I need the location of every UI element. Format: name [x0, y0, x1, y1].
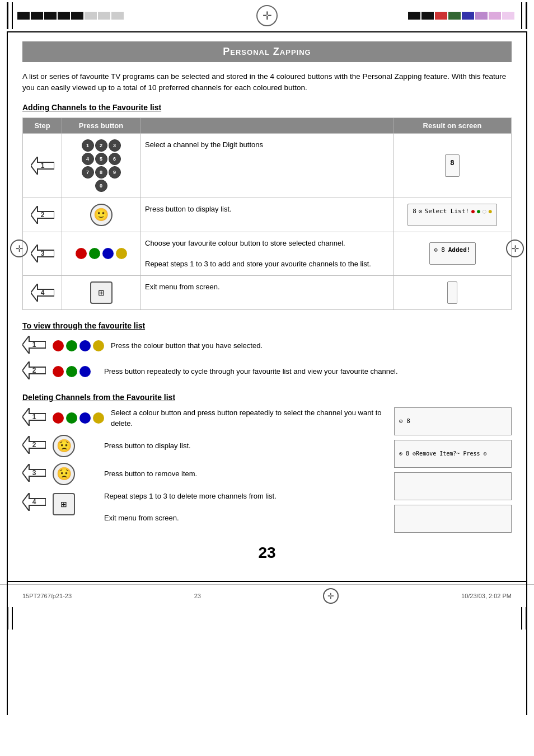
view-step-1-arrow: 1 [22, 336, 46, 356]
view-colour-btn-red-2 [53, 366, 64, 377]
step-3-desc-cell: Choose your favourite colour button to s… [140, 232, 394, 275]
col-press-header: Press button [62, 118, 140, 133]
footer-center: 23 [194, 593, 201, 599]
table-row: 1 1 2 3 4 5 6 7 8 9 [23, 133, 511, 198]
delete-steps: 1 Select a colour button and press b [22, 407, 385, 533]
adding-channels-section: Adding Channels to the Favourite list St… [22, 103, 512, 310]
select-list-display: 8 ⊙ Select List! ● ● ○ ● [413, 208, 491, 215]
channel-num-display: 8 [413, 208, 416, 215]
delete-colour-btn-yellow [93, 412, 104, 424]
step-1-description: Select a channel by the Digit buttons [145, 139, 263, 151]
view-colour-btn-blue-2 [79, 366, 91, 377]
delete-colour-btn-green [66, 412, 77, 424]
delete-result-screen-3 [394, 472, 512, 500]
view-colour-btn-red [53, 340, 64, 351]
view-step-1-description: Press the colour button that you have se… [111, 340, 512, 351]
numpad-button-cell: 1 2 3 4 5 6 7 8 9 0 [62, 134, 140, 198]
added-label: Added! [448, 246, 471, 253]
view-step-row-1: 1 Press the colour button that you have … [22, 336, 512, 356]
adding-section-header: Adding Channels to the Favourite list [22, 103, 512, 112]
num-btn-1: 1 [82, 139, 94, 152]
right-border [526, 32, 527, 715]
step-2-result-screen: 8 ⊙ Select List! ● ● ○ ● [407, 204, 496, 226]
deleting-section: Deleting Channels from the Favourite lis… [22, 393, 512, 533]
step-3-result-screen: ⊙ 8 Added! [429, 242, 476, 265]
step-1-desc-cell: Select a channel by the Digit buttons [140, 134, 394, 198]
num-btn-3: 3 [109, 139, 121, 152]
added-display: ⊙ 8 Added! [434, 246, 471, 253]
delete-step-1-description: Select a colour button and press button … [111, 407, 385, 429]
view-step-1-buttons [53, 340, 104, 351]
view-colour-btn-blue [79, 340, 91, 351]
view-colour-buttons-2 [53, 366, 91, 377]
deleting-section-header: Deleting Channels from the Favourite lis… [22, 393, 512, 402]
dot-green: ● [477, 208, 480, 214]
col-result-header: Result on screen [394, 118, 511, 133]
menu-button-cell: ⊞ [62, 276, 140, 309]
view-step-2-arrow: 2 [22, 361, 46, 382]
svg-text:2: 2 [32, 441, 36, 449]
sad-button-2: 😟 [53, 463, 75, 485]
menu-button: ⊞ [90, 281, 113, 304]
adding-table: Step Press button Result on screen 1 [22, 118, 512, 310]
num-btn-9: 9 [109, 166, 121, 179]
svg-text:3: 3 [32, 469, 36, 477]
step-4-result-screen [447, 281, 457, 304]
main-content: Personal Zapping A list or series of fav… [0, 32, 534, 579]
view-colour-buttons-1 [53, 340, 104, 351]
left-side-compass-icon: ✛ [10, 240, 28, 257]
num-btn-5: 5 [95, 153, 107, 165]
delete-step-3-description: Press button to remove item. [104, 468, 385, 480]
step-3-arrow: 3 [31, 245, 54, 262]
delete-step-2-arrow: 2 [22, 436, 46, 456]
delete-result-screen-2: ⊙ 8 ⊙Remove Item?~ Press ⊙ [394, 440, 512, 468]
left-border [7, 32, 8, 715]
view-section-header: To view through the favourite list [22, 321, 512, 330]
step-4-arrow: 4 [31, 284, 54, 302]
delete-layout: 1 Select a colour button and press b [22, 407, 512, 533]
delete-result-screen-4 [394, 505, 512, 533]
right-side-compass-icon: ✛ [506, 240, 524, 257]
svg-text:1: 1 [40, 162, 44, 170]
page-number: 23 [22, 544, 512, 562]
step-4-desc-cell: Exit menu from screen. [140, 276, 394, 309]
delete-step-row-3: 3 😟 Press button to remove item. [22, 463, 385, 485]
delete-step-2-button: 😟 [53, 435, 97, 457]
step-1-result-cell: 8 [394, 134, 511, 198]
select-list-label: Select List! [425, 208, 469, 215]
added-icon: ⊙ [434, 246, 438, 253]
table-header-row: Step Press button Result on screen [23, 118, 511, 133]
view-colour-btn-yellow [93, 340, 104, 351]
svg-text:1: 1 [32, 341, 36, 349]
colour-btn-red [76, 248, 87, 259]
step-1-arrow: 1 [31, 157, 54, 175]
delete-result-screen-1: ⊙ 8 [394, 407, 512, 435]
bottom-decorative-bar: 15PT2767/p21-23 23 ✛ 10/23/03, 2:02 PM [0, 581, 534, 633]
dot-empty: ○ [483, 208, 486, 215]
delete-colour-btn-blue [79, 412, 91, 424]
table-row: 3 Choose your favourite colour button to… [23, 232, 511, 275]
svg-text:2: 2 [40, 211, 44, 219]
step-2-description: Press button to display list. [145, 204, 232, 215]
svg-text:4: 4 [32, 498, 36, 506]
svg-text:2: 2 [32, 367, 36, 374]
step-2-arrow: 2 [31, 206, 54, 224]
num-btn-4: 4 [82, 153, 94, 165]
footer: 15PT2767/p21-23 23 ✛ 10/23/03, 2:02 PM [0, 584, 534, 607]
numpad-grid: 1 2 3 4 5 6 7 8 9 0 [82, 139, 121, 192]
smiley-button: 🙂 [90, 204, 113, 226]
delete-step-1-buttons [53, 412, 104, 424]
delete-step-1-arrow: 1 [22, 408, 46, 428]
col-desc-header [140, 118, 394, 133]
bottom-compass-icon: ✛ [323, 588, 339, 604]
num-btn-0: 0 [95, 180, 107, 192]
intro-text: A list or series of favourite TV program… [22, 71, 512, 94]
step-3-repeat-description: Repeat steps 1 to 3 to add and store you… [145, 259, 388, 270]
added-channel: 8 [441, 246, 445, 253]
colour-buttons-cell [62, 232, 140, 275]
smiley-button-cell: 🙂 [62, 198, 140, 232]
step-2-cell: 2 [23, 198, 62, 232]
view-step-2-buttons [53, 366, 97, 377]
step-2-result-cell: 8 ⊙ Select List! ● ● ○ ● [394, 198, 511, 232]
page-title: Personal Zapping [22, 41, 512, 62]
